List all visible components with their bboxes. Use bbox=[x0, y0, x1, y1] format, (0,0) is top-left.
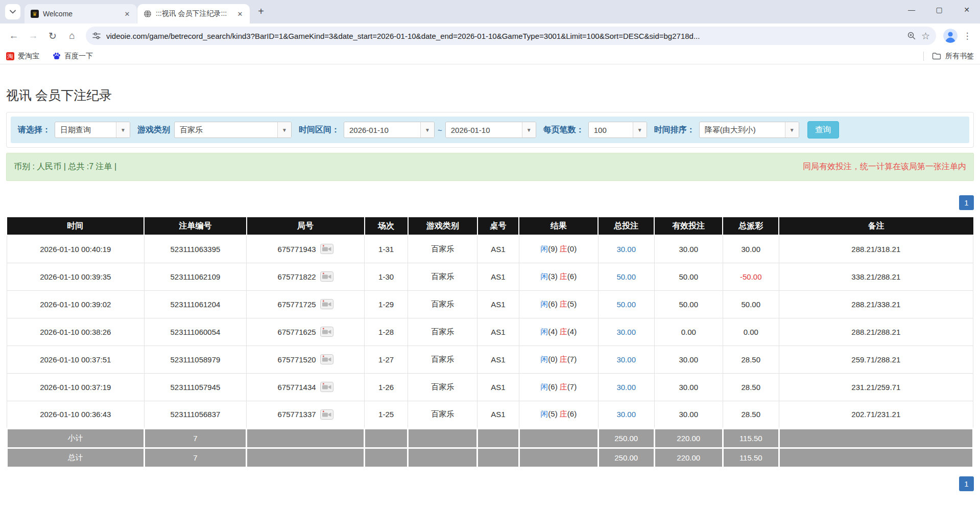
table-row: 2026-01-10 00:36:43523111056837675771337… bbox=[7, 401, 973, 428]
cell-bet-id: 523111057945 bbox=[144, 373, 247, 401]
total-bet-link[interactable]: 50.00 bbox=[616, 272, 636, 281]
chevron-down-icon[interactable]: ▼ bbox=[116, 122, 130, 137]
cell-time: 2026-01-10 00:40:19 bbox=[7, 235, 145, 263]
bookmark-taobao[interactable]: 淘 爱淘宝 bbox=[6, 52, 39, 61]
cell-payout: 0.00 bbox=[723, 318, 779, 346]
footer-payout: 115.50 bbox=[723, 448, 779, 467]
total-bet-link[interactable]: 30.00 bbox=[616, 355, 636, 364]
close-window-button[interactable]: ✕ bbox=[957, 2, 977, 17]
minimize-button[interactable]: — bbox=[901, 2, 922, 17]
total-bet-link[interactable]: 30.00 bbox=[616, 245, 636, 254]
query-type-select[interactable]: 日期查询 ▼ bbox=[55, 122, 130, 138]
replay-video-button[interactable] bbox=[320, 409, 333, 420]
cell-session: 1-25 bbox=[365, 401, 408, 428]
page-content: 视讯 会员下注纪录 请选择： 日期查询 ▼ 游戏类别 百家乐 ▼ 时间区间： 2… bbox=[0, 87, 980, 491]
game-kind-label: 游戏类别 bbox=[137, 125, 170, 135]
chevron-down-icon[interactable]: ▼ bbox=[522, 122, 536, 137]
back-icon[interactable]: ← bbox=[5, 27, 22, 44]
cell-round: 675771725 bbox=[247, 290, 365, 318]
maximize-button[interactable]: ▢ bbox=[929, 2, 949, 17]
date-end-value: 2026-01-10 bbox=[446, 126, 522, 134]
round-number: 675771434 bbox=[278, 383, 316, 392]
cell-payout: 28.50 bbox=[723, 373, 779, 401]
cell-result: 闲(9) 庄(0) bbox=[519, 235, 598, 263]
date-start-input[interactable]: 2026-01-10 ▼ bbox=[344, 122, 435, 138]
zoom-icon[interactable] bbox=[907, 31, 916, 40]
tab-search-button[interactable] bbox=[5, 4, 20, 19]
browser-menu-icon[interactable]: ⋮ bbox=[960, 31, 975, 41]
pagination-bottom: 1 bbox=[6, 476, 974, 491]
replay-video-button[interactable] bbox=[320, 271, 333, 282]
round-number: 675771520 bbox=[278, 355, 316, 364]
cell-result: 闲(0) 庄(7) bbox=[519, 346, 598, 373]
cell-payout: 28.50 bbox=[723, 401, 779, 428]
site-settings-icon[interactable] bbox=[92, 31, 101, 40]
cell-session: 1-28 bbox=[365, 318, 408, 346]
select-type-label: 请选择： bbox=[18, 125, 51, 135]
total-bet-link[interactable]: 50.00 bbox=[616, 300, 636, 309]
video-camera-icon bbox=[320, 354, 333, 364]
date-start-value: 2026-01-10 bbox=[344, 126, 420, 134]
cell-note: 338.21/288.21 bbox=[779, 263, 973, 290]
tab-close-icon[interactable]: ✕ bbox=[123, 9, 132, 18]
sort-select[interactable]: 降幂(由大到小) ▼ bbox=[699, 122, 799, 138]
cell-valid-bet: 0.00 bbox=[654, 318, 723, 346]
subtotal-row: 小计7250.00220.00115.50 bbox=[7, 428, 973, 448]
address-bar[interactable]: videoie.com/game/betrecord_search/kind3?… bbox=[86, 27, 936, 45]
chevron-down-icon[interactable]: ▼ bbox=[785, 122, 799, 137]
replay-video-button[interactable] bbox=[320, 382, 333, 392]
url-text[interactable]: videoie.com/game/betrecord_search/kind3?… bbox=[106, 32, 902, 40]
cell-result: 闲(4) 庄(4) bbox=[519, 318, 598, 346]
tab-title: Welcome bbox=[43, 10, 118, 18]
search-button[interactable]: 查询 bbox=[807, 121, 839, 139]
cell-round: 675771520 bbox=[247, 346, 365, 373]
home-icon[interactable]: ⌂ bbox=[63, 27, 81, 44]
tab-betrecord[interactable]: :::视讯 会员下注纪录::: ✕ bbox=[137, 4, 250, 24]
cell-table-no: AS1 bbox=[477, 263, 519, 290]
date-end-input[interactable]: 2026-01-10 ▼ bbox=[445, 122, 536, 138]
cell-time: 2026-01-10 00:36:43 bbox=[7, 401, 145, 428]
game-kind-select[interactable]: 百家乐 ▼ bbox=[174, 122, 292, 138]
bookmark-star-icon[interactable]: ☆ bbox=[921, 30, 930, 42]
cell-result: 闲(3) 庄(6) bbox=[519, 263, 598, 290]
bookmark-label: 百度一下 bbox=[64, 52, 93, 61]
chevron-down-icon[interactable]: ▼ bbox=[420, 122, 434, 137]
chevron-down-icon[interactable]: ▼ bbox=[277, 122, 291, 137]
replay-video-button[interactable] bbox=[320, 244, 333, 254]
page-1-button[interactable]: 1 bbox=[959, 195, 974, 210]
page-title: 视讯 会员下注纪录 bbox=[6, 87, 974, 104]
tab-welcome[interactable]: ♛ Welcome ✕ bbox=[25, 4, 137, 24]
replay-video-button[interactable] bbox=[320, 327, 333, 337]
all-bookmarks-button[interactable]: 所有书签 bbox=[945, 52, 974, 61]
replay-video-button[interactable] bbox=[320, 354, 333, 364]
bookmark-baidu[interactable]: 百度一下 bbox=[53, 52, 93, 61]
forward-icon[interactable]: → bbox=[25, 27, 42, 44]
cell-valid-bet: 30.00 bbox=[654, 401, 723, 428]
total-bet-link[interactable]: 30.00 bbox=[616, 410, 636, 419]
chevron-down-icon[interactable]: ▼ bbox=[633, 122, 647, 137]
reload-icon[interactable]: ↻ bbox=[44, 27, 61, 44]
bet-records-table: 时间 注单编号 局号 场次 游戏类别 桌号 结果 总投注 有效投注 总派彩 备注… bbox=[6, 217, 974, 468]
video-camera-icon bbox=[320, 271, 333, 282]
footer-label: 总计 bbox=[7, 448, 145, 467]
total-bet-link[interactable]: 30.00 bbox=[616, 328, 636, 336]
new-tab-button[interactable]: + bbox=[254, 4, 268, 18]
total-bet-link[interactable]: 30.00 bbox=[616, 383, 636, 392]
footer-label: 小计 bbox=[7, 428, 145, 448]
cell-bet-id: 523111058979 bbox=[144, 346, 247, 373]
cell-result: 闲(5) 庄(6) bbox=[519, 401, 598, 428]
round-number: 675771822 bbox=[278, 272, 316, 281]
video-camera-icon bbox=[320, 382, 333, 392]
replay-video-button[interactable] bbox=[320, 299, 333, 309]
tab-close-icon[interactable]: ✕ bbox=[235, 9, 245, 18]
valid-bet-notice-text: 同局有效投注，统一计算在该局第一张注单内 bbox=[803, 162, 966, 172]
header-table-no: 桌号 bbox=[477, 217, 519, 235]
page-size-label: 每页笔数： bbox=[543, 125, 584, 135]
page-size-select[interactable]: 100 ▼ bbox=[588, 122, 647, 138]
page-1-button[interactable]: 1 bbox=[959, 476, 974, 491]
cell-game-kind: 百家乐 bbox=[408, 401, 477, 428]
baidu-paw-icon bbox=[53, 52, 61, 60]
profile-avatar[interactable] bbox=[943, 29, 958, 43]
header-note: 备注 bbox=[779, 217, 973, 235]
cell-time: 2026-01-10 00:37:51 bbox=[7, 346, 145, 373]
